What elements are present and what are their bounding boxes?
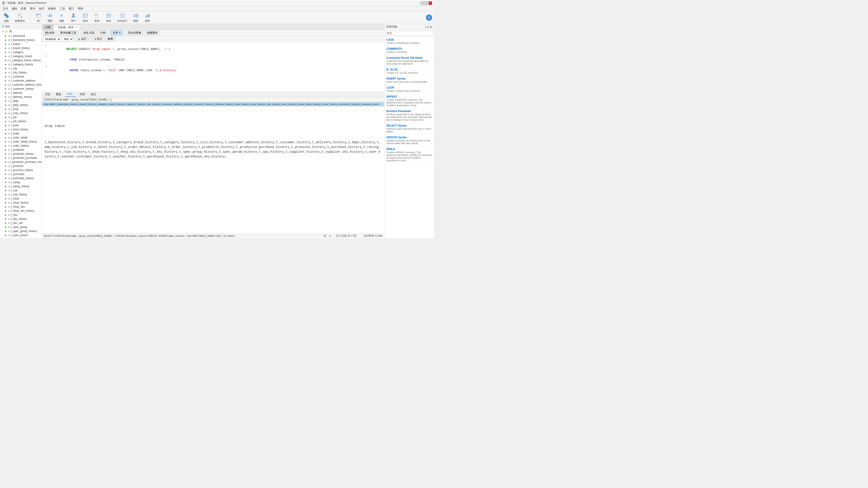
menu-edit[interactable]: 编辑	[10, 6, 19, 11]
tree-item-t_productin[interactable]: ▶⊞t_productin	[3, 148, 41, 152]
tree-item-t_shop[interactable]: ▶⊞t_shop	[3, 196, 41, 201]
tree-item-t_job[interactable]: ▶⊞t_job	[3, 115, 41, 119]
tree-item-t_purchase_history[interactable]: ▶⊞t_purchase_history	[3, 176, 41, 180]
tree-item-t_category_brand[interactable]: ▶⊞t_category_brand	[3, 54, 41, 58]
toolbar-user[interactable]: 用户	[69, 11, 78, 24]
tree-item-t_emp_history[interactable]: ▶⊞t_emp_history	[3, 111, 41, 115]
tree-item-t_category_brand_history[interactable]: ▶⊞t_category_brand_history	[3, 58, 41, 62]
toolbar-model[interactable]: 模型	[131, 11, 140, 24]
tree-item-t_customer_address_history[interactable]: ▶⊞t_customer_address_history	[3, 83, 41, 87]
minimize-button[interactable]: ─	[421, 1, 424, 5]
tree-item-t_purchase[interactable]: ▶⊞t_purchase	[3, 172, 41, 176]
tree-item-t_category_history[interactable]: ▶⊞t_category_history	[3, 62, 41, 66]
tree-item-t_brand[interactable]: ▶⊞t_brand	[3, 42, 41, 46]
tab-status[interactable]: 状态	[89, 92, 98, 97]
save-button[interactable]: 💾 保存	[43, 30, 57, 35]
snippet-if-else[interactable]: IF...ELSE Create a IF...ELSE construct.	[384, 67, 434, 76]
snippet-insert[interactable]: INSERT Syntax Insert new rows into an ex…	[384, 76, 434, 85]
toolbar-query2[interactable]: 查询	[92, 11, 101, 24]
expand-icon[interactable]: ⊞	[430, 25, 432, 28]
tree-item-t_spec_param[interactable]: ▶⊞t_spec_param	[3, 233, 41, 237]
tree-item-t_level[interactable]: ▶⊞t_level	[3, 123, 41, 127]
tab-messages[interactable]: 消息	[43, 92, 52, 97]
toolbar-connect[interactable]: 连接	[2, 11, 11, 24]
host-select[interactable]: localhost	[43, 37, 61, 41]
tree-item-t_sku_old[interactable]: ▶⊞t_sku_old	[3, 221, 41, 225]
tree-item-t_backstock_history[interactable]: ▶⊞t_backstock_history	[3, 38, 41, 42]
query-tools-button[interactable]: 查询创建工具	[58, 30, 79, 35]
tree-item-t_shop_sku_history[interactable]: ▶⊞t_shop_sku_history	[3, 209, 41, 213]
tree-item-t_dept[interactable]: ▶⊞t_dept	[3, 99, 41, 103]
menu-file[interactable]: 文件	[1, 6, 10, 11]
toolbar-function[interactable]: fx 函数	[57, 11, 66, 24]
toolbar-autorun[interactable]: 自动运行	[116, 11, 129, 24]
tree-item-t_sku[interactable]: ▶⊞t_sku	[3, 213, 41, 217]
tree-item-t_role_history[interactable]: ▶⊞t_role_history	[3, 192, 41, 196]
tree-item-t_customer_address[interactable]: ▶⊞t_customer_address	[3, 79, 41, 83]
code-button[interactable]: 代码	[98, 30, 108, 35]
tree-item-t_order[interactable]: ▶⊞t_order	[3, 131, 41, 135]
tree-item-t_order_detail_history[interactable]: ▶⊞t_order_detail_history	[3, 140, 41, 144]
tree-item-t_city_history[interactable]: ▶⊞t_city_history	[3, 70, 41, 74]
tree-item-t_order_history[interactable]: ▶⊞t_order_history	[3, 144, 41, 148]
export-result-button[interactable]: 导出结果集	[126, 30, 144, 35]
stop-button[interactable]: ■ 停止	[93, 37, 104, 41]
user-avatar[interactable]: A	[426, 14, 432, 21]
tree-item-t_shop_sku[interactable]: ▶⊞t_shop_sku	[3, 205, 41, 209]
tree-item-t_productin_history[interactable]: ▶⊞t_productin_history	[3, 152, 41, 156]
db-select[interactable]: test	[62, 37, 73, 41]
create-chart-button[interactable]: 创建图表	[145, 30, 160, 35]
snippet-case[interactable]: CASE Create a conditional construct.	[384, 37, 434, 46]
toolbar-new-query[interactable]: 新建查询	[13, 11, 26, 24]
tree-item-t_city[interactable]: ▶⊞t_city	[3, 66, 41, 70]
close-button[interactable]: ✕	[429, 1, 432, 5]
tree-item-t_rating_history[interactable]: ▶⊞t_rating_history	[3, 184, 41, 188]
tree-item-t_backstock[interactable]: ▶⊞t_backstock	[3, 34, 41, 38]
tree-item-t_productin_purchase[interactable]: ▶⊞t_productin_purchase	[3, 156, 41, 160]
tab-query[interactable]: * 无标题 - 查询 ✕	[53, 25, 80, 30]
tree-item-t_brand_history[interactable]: ▶⊞t_brand_history	[3, 46, 41, 50]
tree-item-t_province[interactable]: ▶⊞t_province	[3, 164, 41, 168]
tree-item-t_shop_history[interactable]: ▶⊞t_shop_history	[3, 201, 41, 205]
tree-item-t_rating[interactable]: ▶⊞t_rating	[3, 180, 41, 184]
tree-item-t_sku_history[interactable]: ▶⊞t_sku_history	[3, 217, 41, 221]
tree-item-t_order_detail[interactable]: ▶⊞t_order_detail	[3, 135, 41, 140]
tab-close-icon[interactable]: ✕	[75, 26, 78, 29]
toolbar-chart[interactable]: 图表	[143, 11, 152, 24]
tree-item-t_delivery[interactable]: ▶⊞t_delivery	[3, 91, 41, 95]
maximize-button[interactable]: □	[425, 1, 428, 5]
snippet-comments[interactable]: COMMENTS Create a comment.	[384, 46, 434, 55]
code-icon[interactable]: {}	[427, 25, 429, 28]
menu-format[interactable]: 格式	[37, 6, 46, 11]
tree-item-t_spec_group_history[interactable]: ▶⊞t_spec_group_history	[3, 229, 41, 233]
menu-view[interactable]: 查看	[19, 6, 28, 11]
snippet-loop[interactable]: LOOP Create a simple loop construct.	[384, 85, 434, 94]
snippet-repeat[interactable]: REPEAT Create a REPEAT construct. The st…	[384, 94, 434, 108]
tree-item-t_role[interactable]: ▶⊞t_role	[3, 188, 41, 192]
menu-query[interactable]: 查询	[28, 6, 37, 11]
tree-item-t_spec_group[interactable]: ▶⊞t_spec_group	[3, 225, 41, 229]
tree-item-t_emp[interactable]: ▶⊞t_emp	[3, 107, 41, 111]
tab-profile[interactable]: 剖析	[78, 92, 87, 97]
tree-item-t_customer[interactable]: ▶⊞t_customer	[3, 74, 41, 79]
tab-result1[interactable]: 结果 1	[65, 92, 76, 97]
beautify-button[interactable]: 优化 SQL	[81, 30, 97, 35]
toolbar-backup[interactable]: 备份	[104, 11, 113, 24]
tree-item-t_category[interactable]: ▶⊞t_category	[3, 50, 41, 54]
snippet-search-input[interactable]	[385, 31, 433, 36]
sql-editor[interactable]: 1 SELECT CONCAT('drop table ', group_con…	[42, 42, 384, 92]
tab-对象[interactable]: 对象	[43, 25, 53, 30]
menu-window[interactable]: 窗口	[67, 6, 76, 11]
info-icon[interactable]: ℹ	[425, 25, 426, 28]
tree-item-t_productin_purchase_history[interactable]: ▶⊞t_productin_purchase_history	[3, 160, 41, 164]
tree-item-t_dept_history[interactable]: ▶⊞t_dept_history	[3, 103, 41, 107]
tree-item-t_province_history[interactable]: ▶⊞t_province_history	[3, 168, 41, 172]
toolbar-table[interactable]: 表	[34, 11, 43, 24]
sidebar-tree[interactable]: ▼ 📁 表 ▶⊞t_backstock ▶⊞t_backstock_histor…	[0, 29, 41, 238]
tree-item-t_job_history[interactable]: ▶⊞t_job_history	[3, 119, 41, 123]
run-button[interactable]: ▶ 运行 ▼	[76, 37, 91, 41]
tree-item-t_spec_param_history[interactable]: ▶⊞t_spec_param_history	[3, 237, 41, 238]
grid-view-icon[interactable]: ⊞	[324, 234, 326, 237]
text-button[interactable]: 文本 ▼	[111, 30, 123, 35]
menu-favorites[interactable]: 收藏夹	[46, 6, 58, 11]
